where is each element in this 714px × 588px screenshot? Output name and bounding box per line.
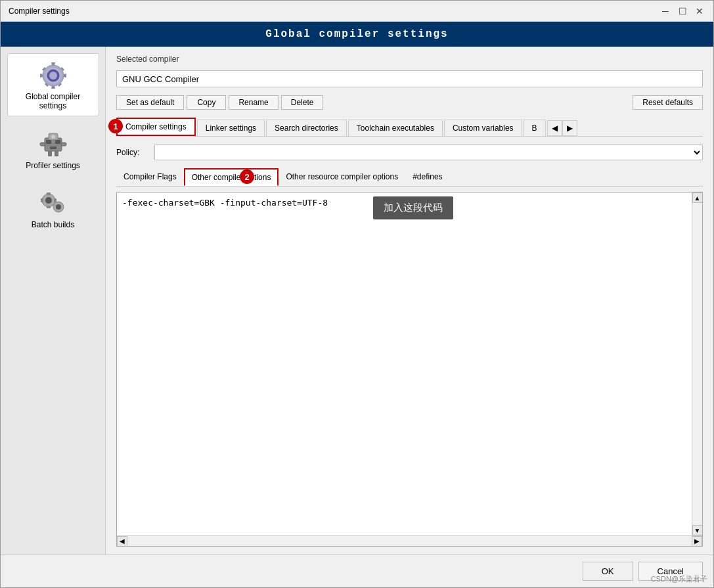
scroll-track[interactable]: [127, 536, 692, 546]
badge-2: 2: [240, 170, 254, 184]
main-content: Global compiler settings: [1, 47, 713, 554]
tab-other-resource-compiler-options[interactable]: Other resource compiler options: [279, 168, 405, 186]
maximize-button[interactable]: ☐: [677, 5, 688, 17]
svg-point-16: [56, 204, 61, 210]
bottom-bar: OK Cancel: [1, 554, 713, 587]
window-controls: ─ ☐ ✕: [659, 5, 705, 17]
tab-compiler-settings[interactable]: Compiler settings: [116, 118, 196, 136]
set-as-default-button[interactable]: Set as default: [116, 95, 184, 110]
sidebar-item-batch-builds[interactable]: Batch builds: [7, 182, 99, 235]
batch-builds-icon: [37, 187, 70, 220]
tab-defines-label: #defines: [413, 172, 442, 181]
svg-rect-11: [48, 151, 52, 156]
svg-rect-17: [47, 192, 51, 195]
delete-button[interactable]: Delete: [281, 95, 324, 110]
gear-icon: [37, 59, 70, 92]
minimize-button[interactable]: ─: [659, 5, 671, 17]
copy-button[interactable]: Copy: [187, 95, 226, 110]
scroll-left-arrow[interactable]: ◀: [117, 536, 127, 547]
tab-b[interactable]: B: [524, 120, 546, 136]
policy-dropdown[interactable]: [154, 145, 703, 160]
tab-defines[interactable]: #defines: [405, 168, 449, 186]
tab-custom-variables[interactable]: Custom variables: [444, 120, 522, 136]
tab-search-directories[interactable]: Search directories: [266, 120, 347, 136]
svg-rect-10: [61, 143, 66, 146]
policy-row: Policy:: [116, 142, 703, 163]
svg-rect-9: [40, 143, 45, 146]
svg-point-5: [51, 135, 55, 139]
header-title: Global compiler settings: [265, 28, 448, 40]
toolbar-row: Set as default Copy Rename Delete Reset …: [116, 95, 703, 110]
tabs-row2: Compiler Flags Other compiler options Ot…: [116, 168, 703, 187]
tab-linker-settings-label: Linker settings: [206, 124, 256, 133]
sidebar-item-profiler-settings[interactable]: Profiler settings: [7, 123, 99, 175]
svg-rect-12: [55, 151, 58, 156]
selected-compiler-label: Selected compiler: [116, 55, 703, 64]
tab-scroll-left[interactable]: ◀: [547, 120, 562, 136]
scroll-right-arrow[interactable]: ▶: [692, 536, 702, 547]
tab-compiler-flags[interactable]: Compiler Flags: [116, 168, 184, 186]
tab-scroll-right[interactable]: ▶: [562, 120, 577, 136]
policy-label: Policy:: [116, 148, 149, 157]
main-window: Compiler settings ─ ☐ ✕ Global compiler …: [0, 0, 714, 588]
svg-rect-19: [41, 198, 43, 202]
sidebar-item-global-compiler-settings[interactable]: Global compiler settings: [7, 53, 99, 116]
profiler-icon: [37, 128, 70, 161]
svg-rect-20: [54, 198, 56, 202]
tab-custom-variables-label: Custom variables: [453, 124, 514, 133]
rename-button[interactable]: Rename: [229, 95, 278, 110]
vertical-scrollbar: ▲ ▼: [692, 192, 702, 535]
compiler-dropdown-row: GNU GCC Compiler: [116, 70, 703, 87]
sidebar: Global compiler settings: [1, 47, 106, 554]
tab-other-compiler-options[interactable]: Other compiler options: [184, 168, 279, 186]
sidebar-item-label-batch: Batch builds: [32, 220, 74, 229]
reset-defaults-button[interactable]: Reset defaults: [633, 95, 703, 110]
watermark: CSDN@乐染君子: [651, 574, 707, 584]
badge-1: 1: [108, 119, 123, 133]
window-title: Compiler settings: [9, 7, 70, 16]
svg-rect-7: [55, 140, 60, 144]
header-banner: Global compiler settings: [1, 22, 713, 47]
tab-toolchain-executables-label: Toolchain executables: [357, 124, 434, 133]
sidebar-item-label-global: Global compiler settings: [26, 92, 80, 110]
horizontal-scrollbar: ◀ ▶: [117, 535, 702, 546]
tab-compiler-flags-label: Compiler Flags: [123, 172, 177, 181]
svg-point-14: [45, 197, 52, 204]
tab-search-directories-label: Search directories: [275, 124, 338, 133]
svg-rect-8: [50, 147, 56, 149]
tabs-row1: Compiler settings Linker settings Search…: [116, 118, 703, 137]
close-button[interactable]: ✕: [694, 5, 705, 17]
scroll-down-arrow[interactable]: ▼: [692, 525, 703, 535]
compiler-textarea-wrapper: -fexec-charset=GBK -finput-charset=UTF-8…: [116, 192, 703, 547]
tab-b-label: B: [532, 124, 537, 133]
content-area: Selected compiler GNU GCC Compiler Set a…: [106, 47, 713, 554]
tab-other-resource-compiler-options-label: Other resource compiler options: [286, 172, 398, 181]
tab-compiler-settings-label: Compiler settings: [125, 122, 187, 131]
title-bar: Compiler settings ─ ☐ ✕: [1, 1, 713, 22]
compiler-dropdown[interactable]: GNU GCC Compiler: [116, 70, 703, 87]
ok-button[interactable]: OK: [583, 562, 633, 581]
tab-linker-settings[interactable]: Linker settings: [197, 120, 265, 136]
svg-rect-18: [47, 206, 51, 208]
sidebar-item-label-profiler: Profiler settings: [26, 161, 80, 170]
svg-point-2: [49, 72, 57, 79]
tab-other-compiler-options-label: Other compiler options: [192, 173, 271, 182]
scroll-up-arrow[interactable]: ▲: [692, 192, 703, 203]
svg-rect-6: [46, 140, 51, 144]
compiler-options-textarea[interactable]: -fexec-charset=GBK -finput-charset=UTF-8: [117, 192, 702, 535]
tab-toolchain-executables[interactable]: Toolchain executables: [348, 120, 443, 136]
